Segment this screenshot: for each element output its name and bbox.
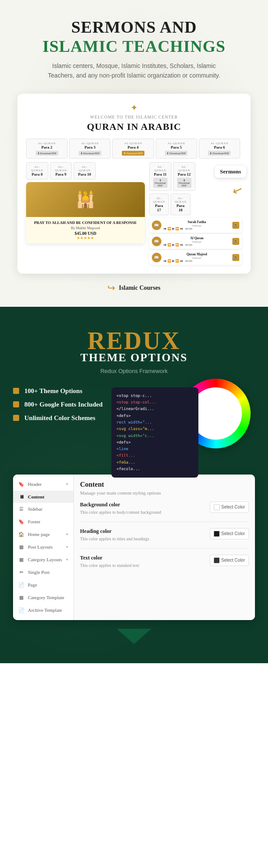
audio-avatar-1: 📖: [152, 220, 161, 230]
quran-card-para4: Al-Quran Para 4 ⬇ Download PDF: [112, 139, 154, 159]
sidebar-icon: ☰: [18, 506, 24, 512]
welcome-text: Welcome to the Islamic Center: [26, 115, 242, 119]
sidebar-item-single-post[interactable]: ✏ Single Post: [13, 566, 74, 579]
sermons-description: Islamic centers, Mosque, Islamic Institu…: [47, 61, 221, 81]
panel-field-heading-color: Heading color This color applies to titl…: [80, 528, 249, 549]
course-info: Pray to Allah and be Confident of a Resp…: [26, 217, 145, 244]
panel-main-title: Content: [80, 481, 249, 488]
sidebar-item-page[interactable]: 📄 Page: [13, 579, 74, 591]
quran-card-para6: Al-Quran Para 6 ⬇ Download PDF: [199, 139, 240, 159]
courses-label-row: ↩ Islamic Courses: [13, 282, 255, 294]
demo-two-col: Al-Quran Para 8 Al-Quran Para 9 Al-Quran…: [26, 162, 242, 265]
bottom-arrow-shape: [117, 629, 151, 644]
archive-template-icon: 📄: [18, 607, 24, 613]
quran-card-para18: Al-Quran Para 18: [171, 193, 190, 215]
redux-visual: <stop stop-c... <stop stop-col... </line…: [111, 387, 255, 466]
text-color-swatch: [214, 557, 220, 563]
post-layouts-arrow-icon: ▾: [66, 545, 68, 549]
audio-info-2: Al Quran Podcast ⏮ ⏪ ▶ ⏩ ⏭ 00:00: [164, 236, 230, 247]
sermons-title-sub: Islamic Teachings: [13, 37, 255, 56]
course-stars: ★★★★★: [30, 236, 141, 240]
bg-color-swatch: [214, 504, 220, 510]
sermons-section: Sermons And Islamic Teachings Islamic ce…: [0, 0, 268, 307]
feature-dot-2: [13, 401, 19, 407]
category-layouts-icon: ▦: [18, 557, 24, 563]
redux-features-row: 100+ Theme Options 800+ Google Fonts Inc…: [13, 387, 255, 466]
select-text-color-button[interactable]: Select Color: [210, 555, 249, 566]
redux-framework: Redux Options Framework: [13, 368, 255, 374]
audio-vol-2[interactable]: 🔊: [232, 238, 239, 245]
audio-player-list: 📖 Surah Fatiha Podcast ⏮ ⏪ ▶ ⏩ ⏭ 00:00: [149, 218, 242, 265]
sidebar-item-category-layouts[interactable]: ▦ Category Layouts ▾: [13, 553, 74, 566]
quran-card-para17: Al-Quran Para 17: [149, 193, 169, 215]
courses-label: Islamic Courses: [119, 285, 160, 292]
header-arrow-icon: ▾: [66, 482, 68, 486]
sidebar-item-header[interactable]: 🔖 Header ▾: [13, 478, 74, 491]
audio-avatar-3: 📖: [152, 253, 161, 262]
audio-item-3: 📖 Quran Majeed Podcast ⏮ ⏪ ▶ ⏩ ⏭ 00:00: [149, 250, 242, 265]
single-post-icon: ✏: [18, 570, 24, 575]
feature-item-2: 800+ Google Fonts Included: [13, 401, 103, 408]
redux-subtitle: Theme Options: [13, 351, 255, 364]
bottom-arrow: [13, 629, 255, 646]
audio-avatar-2: 📖: [152, 237, 161, 246]
feature-dot-3: [13, 415, 19, 421]
audio-info-1: Surah Fatiha Podcast ⏮ ⏪ ▶ ⏩ ⏭ 00:00: [164, 220, 230, 231]
quran-card-para2: Al-Quran Para 2 ⬇ Download PDF: [26, 139, 67, 159]
quran-card-para8: Al-Quran Para 8: [26, 162, 48, 180]
quran-card-para11: Al-Quran Para 11 ⬇ Download PDF: [149, 162, 171, 191]
quran-card-para9: Al-Quran Para 9: [50, 162, 72, 180]
feature-text-1: 100+ Theme Options: [24, 387, 82, 395]
course-author: By Mukhti Maqsood: [30, 226, 141, 230]
quran-card-para5: Al-Quran Para 5 ⬇ Download PDF: [156, 139, 197, 159]
course-price: $45.00 USD: [30, 231, 141, 236]
select-bg-color-button[interactable]: Select Color: [210, 502, 249, 513]
sermons-float-label: Sermons: [215, 166, 246, 178]
redux-title: Redux: [13, 329, 255, 353]
ornament-icon: ✦: [26, 102, 242, 113]
panel-main-content: Content Manage your main content styling…: [74, 475, 255, 620]
homepage-arrow-icon: ▾: [66, 532, 68, 536]
quran-card-para10: Al-Quran Para 10: [74, 162, 96, 180]
panel-field-text-color: Text color This color applies to standar…: [80, 555, 249, 575]
quran-card-para3: Al-Quran Para 3 ⬇ Download PDF: [69, 139, 111, 159]
redux-section: Redux Theme Options Redux Options Framew…: [0, 307, 268, 663]
color-wheel-dot: [213, 393, 219, 399]
quran-row-3: Al-Quran Para 17 Al-Quran Para 18: [149, 193, 242, 215]
sidebar-item-category-template[interactable]: ▦ Category Template: [13, 591, 74, 604]
header-icon: 🔖: [18, 481, 24, 487]
heading-color-swatch: [214, 531, 220, 537]
select-heading-color-button[interactable]: Select Color: [210, 528, 249, 539]
sidebar-item-homepage[interactable]: 🏠 Home page ▾: [13, 528, 74, 541]
quran-row-1: Al-Quran Para 2 ⬇ Download PDF Al-Quran …: [26, 139, 242, 159]
feature-text-2: 800+ Google Fonts Included: [24, 401, 103, 408]
feature-item-3: Unlimited Color Schemes: [13, 414, 103, 422]
category-layouts-arrow-icon: ▾: [66, 557, 68, 562]
sermons-title-main: Sermons And: [13, 17, 255, 37]
features-list: 100+ Theme Options 800+ Google Fonts Inc…: [13, 387, 103, 428]
sidebar-item-sidebar[interactable]: ☰ Sidebar: [13, 503, 74, 515]
audio-vol-1[interactable]: 🔊: [232, 222, 239, 229]
audio-vol-3[interactable]: 🔊: [232, 254, 239, 261]
audio-info-3: Quran Majeed Podcast ⏮ ⏪ ▶ ⏩ ⏭ 00:00: [164, 252, 230, 263]
audio-item-2: 📖 Al Quran Podcast ⏮ ⏪ ▶ ⏩ ⏭ 00:00: [149, 234, 242, 249]
quran-row-2: Al-Quran Para 8 Al-Quran Para 9 Al-Quran…: [26, 162, 145, 180]
post-layouts-icon: ▦: [18, 544, 24, 550]
panel-main-desc: Manage your main content styling options: [80, 490, 249, 495]
panel-field-bg-color: Background color This color applies to b…: [80, 502, 249, 522]
demo-card: ✦ Welcome to the Islamic Center Quran in…: [17, 94, 251, 274]
sidebar-item-post-layouts[interactable]: ▦ Post Layouts ▾: [13, 541, 74, 553]
page-icon: 📄: [18, 582, 24, 588]
course-card: 🕌 Pray to Allah and be Confident of a Re…: [26, 182, 145, 244]
sidebar-item-archive-template[interactable]: 📄 Archive Template: [13, 604, 74, 617]
quran-card-para12: Al-Quran Para 12 ⬇ Download PDF: [173, 162, 195, 191]
panel-sidebar: 🔖 Header ▾ 🖥 Content ☰ Sidebar 🔖 Footer …: [13, 475, 74, 620]
demo-left: Al-Quran Para 8 Al-Quran Para 9 Al-Quran…: [26, 162, 145, 265]
redux-panel: 🔖 Header ▾ 🖥 Content ☰ Sidebar 🔖 Footer …: [13, 475, 255, 620]
category-template-icon: ▦: [18, 595, 24, 600]
courses-arrow-icon: ↩: [107, 282, 115, 294]
sidebar-item-footer[interactable]: 🔖 Footer: [13, 515, 74, 528]
feature-dot-1: [13, 388, 19, 394]
quran-title: Quran in Arabic: [26, 121, 242, 132]
sidebar-item-content[interactable]: 🖥 Content: [13, 491, 74, 503]
